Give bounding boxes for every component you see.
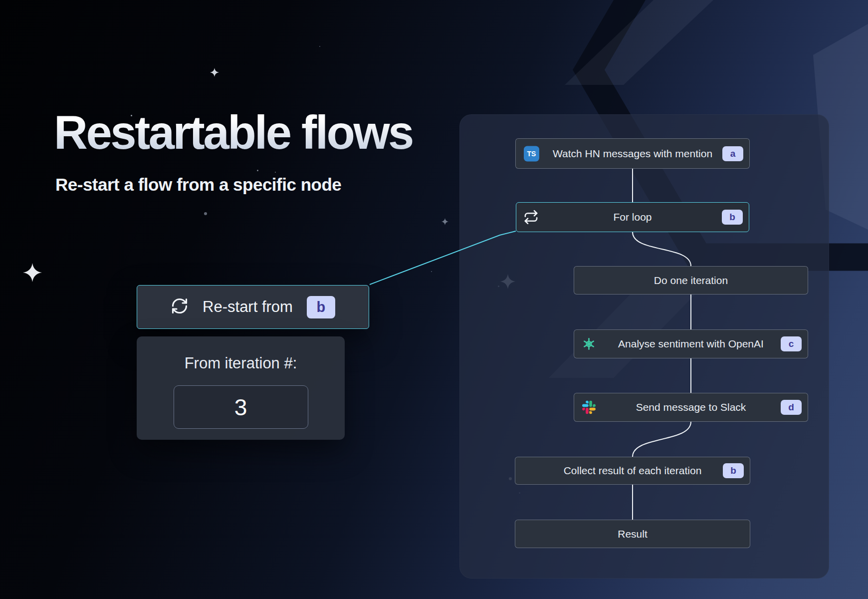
node-label: Analyse sentiment with OpenAI <box>574 338 808 350</box>
star-dot <box>319 46 320 47</box>
star-dot <box>257 170 258 171</box>
sparkle-icon <box>210 68 219 77</box>
node-badge: b <box>722 210 743 225</box>
sparkle-icon <box>23 263 42 282</box>
page-title: Restartable flows <box>54 106 413 160</box>
node-badge: d <box>781 400 802 415</box>
flow-node-result[interactable]: Result <box>515 520 750 548</box>
node-label: Watch HN messages with mention <box>516 148 749 160</box>
node-label: Send message to Slack <box>574 401 808 413</box>
from-iteration-label: From iteration #: <box>137 354 345 372</box>
star-dot <box>204 212 207 215</box>
flow-node-analyse-sentiment[interactable]: Analyse sentiment with OpenAI c <box>574 329 808 358</box>
node-label: Collect result of each iteration <box>515 465 750 477</box>
page-subtitle: Re-start a flow from a specific node <box>55 175 341 195</box>
node-badge: b <box>723 463 744 478</box>
node-label: Result <box>515 528 750 540</box>
flow-node-send-slack[interactable]: Send message to Slack d <box>574 393 808 422</box>
restart-from-label: Re-start from <box>203 298 293 316</box>
node-badge: c <box>781 336 802 351</box>
star-dot <box>275 172 276 173</box>
flow-node-collect-result[interactable]: Collect result of each iteration b <box>515 457 750 485</box>
flow-node-for-loop[interactable]: For loop b <box>516 202 749 232</box>
node-badge: a <box>722 146 743 161</box>
node-label: Do one iteration <box>574 275 808 287</box>
refresh-icon <box>171 297 189 317</box>
sparkle-icon <box>441 218 448 225</box>
from-iteration-panel: From iteration #: <box>137 336 345 440</box>
flow-node-do-one-iteration[interactable]: Do one iteration <box>574 266 808 295</box>
flow-node-watch-hn[interactable]: TS Watch HN messages with mention a <box>515 138 750 169</box>
star-dot <box>431 271 432 272</box>
restart-node-badge: b <box>307 296 335 318</box>
hero-canvas: Restartable flows Re-start a flow from a… <box>0 0 868 599</box>
restart-from-node[interactable]: Re-start from b <box>137 285 369 329</box>
iteration-number-input[interactable] <box>174 385 308 429</box>
node-label: For loop <box>516 211 749 223</box>
